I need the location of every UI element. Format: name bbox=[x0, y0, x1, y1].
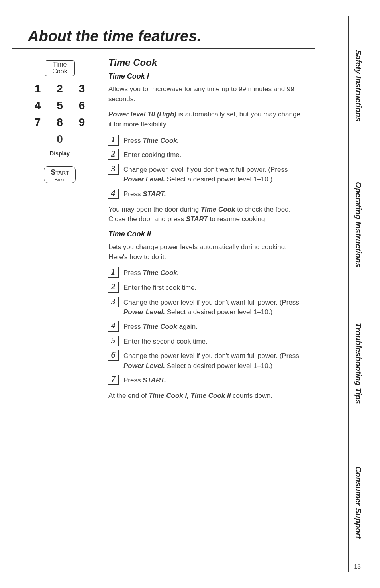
step-number: 2 bbox=[108, 282, 119, 293]
step-text: Enter the first cook time. bbox=[123, 282, 196, 293]
step-number: 1 bbox=[108, 135, 119, 146]
step-text: Enter cooking time. bbox=[123, 149, 182, 160]
content-wrap: Time Cook 1 2 3 4 5 6 7 8 9 0 Display St… bbox=[0, 49, 303, 407]
step-number: 3 bbox=[108, 164, 119, 175]
start-label-bot: Pause bbox=[51, 177, 69, 182]
steps-list-1: 1 Press Time Cook. 2 Enter cooking time.… bbox=[108, 135, 303, 199]
keypad-digit: 4 bbox=[35, 99, 41, 112]
step: 4 Press START. bbox=[108, 189, 303, 199]
tab-troubleshooting: Troubleshooting Tips bbox=[349, 294, 368, 433]
keypad-digit: 9 bbox=[79, 116, 85, 129]
keypad-digit: 5 bbox=[57, 99, 63, 112]
step-number: 3 bbox=[108, 297, 119, 307]
step: 6 Change the power level if you don't wa… bbox=[108, 350, 303, 371]
step-number: 2 bbox=[108, 149, 119, 160]
time-cook-label-top: Time bbox=[52, 61, 67, 68]
keypad-digit: 2 bbox=[57, 83, 63, 95]
keypad-digit: 8 bbox=[57, 116, 63, 129]
step-text: Press START. bbox=[123, 189, 166, 199]
step: 1 Press Time Cook. bbox=[108, 267, 303, 278]
time-cook-2-heading: Time Cook II bbox=[108, 230, 303, 238]
steps-list-2: 1 Press Time Cook. 2 Enter the first coo… bbox=[108, 267, 303, 385]
keypad-digit: 7 bbox=[35, 116, 41, 129]
step-text: Press Time Cook. bbox=[123, 267, 179, 278]
keypad-row: 1 2 3 bbox=[35, 83, 85, 95]
keypad-digit: 6 bbox=[79, 99, 85, 112]
paragraph: Power level 10 (High) is automatically s… bbox=[108, 110, 303, 129]
section-heading: Time Cook bbox=[108, 57, 303, 68]
step: 5 Enter the second cook time. bbox=[108, 336, 303, 347]
step-number: 4 bbox=[108, 321, 119, 332]
paragraph: Lets you change power levels automatical… bbox=[108, 242, 303, 262]
step-text: Change power level if you don't want ful… bbox=[123, 164, 303, 185]
step-text: Change the power level if you don't want… bbox=[123, 350, 303, 371]
step: 2 Enter cooking time. bbox=[108, 149, 303, 160]
start-label-top: Start bbox=[51, 168, 69, 177]
keypad-digit: 1 bbox=[35, 83, 41, 95]
step-text: Change the power level if you don't want… bbox=[123, 297, 303, 317]
keypad-zero: 0 bbox=[57, 133, 63, 146]
step-number: 6 bbox=[108, 350, 119, 361]
display-label: Display bbox=[50, 150, 70, 157]
tab-operating: Operating Instructions bbox=[349, 155, 368, 295]
time-cook-button-graphic: Time Cook bbox=[45, 60, 74, 76]
step: 3 Change the power level if you don't wa… bbox=[108, 297, 303, 317]
step-number: 4 bbox=[108, 189, 119, 199]
step-text: Press Time Cook. bbox=[123, 135, 179, 146]
page-number: 13 bbox=[354, 563, 361, 570]
keypad-row: 4 5 6 bbox=[35, 99, 85, 112]
tab-safety: Safety Instructions bbox=[349, 16, 368, 155]
side-tabs: Safety Instructions Operating Instructio… bbox=[348, 16, 368, 572]
step: 1 Press Time Cook. bbox=[108, 135, 303, 146]
step-text: Press Time Cook again. bbox=[123, 321, 198, 332]
keypad-illustration: Time Cook 1 2 3 4 5 6 7 8 9 0 Display St… bbox=[16, 60, 104, 183]
step-number: 7 bbox=[108, 375, 119, 385]
step: 4 Press Time Cook again. bbox=[108, 321, 303, 332]
step-number: 5 bbox=[108, 336, 119, 346]
paragraph: At the end of Time Cook I, Time Cook II … bbox=[108, 391, 303, 401]
step-text: Enter the second cook time. bbox=[123, 336, 208, 347]
keypad-digit: 3 bbox=[79, 83, 85, 95]
step: 3 Change power level if you don't want f… bbox=[108, 164, 303, 185]
text-column: Time Cook Time Cook I Allows you to micr… bbox=[104, 57, 303, 407]
keypad-column: Time Cook 1 2 3 4 5 6 7 8 9 0 Display St… bbox=[16, 57, 104, 407]
step-number: 1 bbox=[108, 267, 119, 278]
time-cook-1-heading: Time Cook I bbox=[108, 72, 303, 81]
time-cook-label-bot: Cook bbox=[52, 68, 67, 75]
step: 2 Enter the first cook time. bbox=[108, 282, 303, 293]
step: 7 Press START. bbox=[108, 375, 303, 385]
keypad-row: 7 8 9 bbox=[35, 116, 85, 129]
page-title: About the time features. bbox=[12, 0, 315, 49]
step-text: Press START. bbox=[123, 375, 166, 385]
paragraph: Allows you to microwave for any time up … bbox=[108, 85, 303, 104]
start-button-graphic: Start Pause bbox=[44, 166, 76, 183]
power-level-bold: Power level 10 (High) bbox=[108, 110, 176, 118]
tab-consumer: Consumer Support bbox=[349, 433, 368, 572]
paragraph: You may open the door during Time Cook t… bbox=[108, 205, 303, 224]
